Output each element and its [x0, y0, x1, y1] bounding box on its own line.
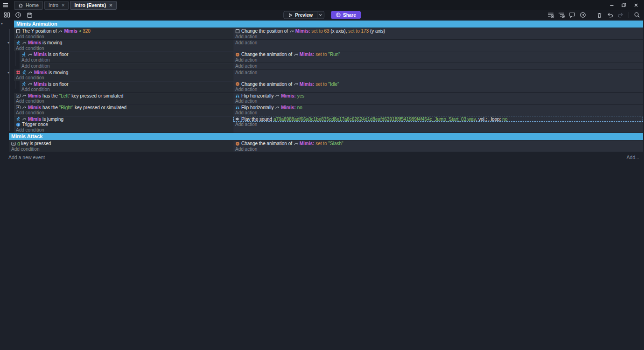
add-condition-button[interactable]: Add condition	[9, 147, 233, 152]
add-event-button[interactable]	[546, 11, 555, 19]
project-manager-button[interactable]	[3, 11, 11, 19]
add-action-button[interactable]: Add action	[233, 57, 643, 63]
object-arrow-icon	[22, 117, 27, 121]
add-more-button[interactable]: Add...	[627, 154, 639, 160]
subevent-on-floor-run-condition[interactable]: Mimis is on floor	[20, 52, 233, 57]
trash-button[interactable]	[595, 11, 603, 19]
actions-column: Add action	[233, 70, 643, 81]
preview-label: Preview	[295, 13, 313, 18]
redo-button[interactable]	[616, 11, 625, 19]
preview-dropdown-button[interactable]	[317, 12, 324, 19]
add-condition-button[interactable]: Add condition	[14, 127, 233, 133]
event-g-key[interactable]: Ag key is pressedAdd conditionChange the…	[9, 140, 643, 152]
subevent-on-floor-idle-action[interactable]: Change the animation of Mimis: set to "I…	[233, 82, 643, 87]
event-left-key-action[interactable]: Flip horizontally Mimis: yes	[233, 93, 643, 99]
text-segment: a79a8988adf66a0c1be835cd8e17a8c62624d1d8…	[273, 117, 476, 122]
preview-button[interactable]: Preview	[283, 11, 324, 19]
event-jumping-action[interactable]: Play the sound a79a8988adf66a0c1be835cd8…	[233, 117, 643, 122]
conditions-column: Mimis is on floorAdd condition	[20, 82, 233, 92]
text-segment: Play the sound	[241, 117, 273, 122]
add-condition-button[interactable]: Add condition	[20, 63, 233, 69]
search-button[interactable]	[633, 11, 641, 19]
event-right-key-action[interactable]: Flip horizontally Mimis: no	[233, 105, 643, 111]
text-segment: Trigger once	[22, 122, 48, 127]
text-segment: Mimis	[64, 28, 77, 34]
minimize-icon	[609, 2, 615, 8]
close-window-button[interactable]	[630, 0, 642, 10]
text-segment: The Y position of	[22, 28, 58, 34]
save-button[interactable]	[25, 11, 34, 19]
event-is-moving-condition[interactable]: Mimis is moving	[14, 40, 233, 46]
add-action-button[interactable]: Add action	[233, 122, 643, 127]
subevent-on-floor-run-action[interactable]: Change the animation of Mimis: set to "R…	[233, 52, 643, 57]
add-subevent-button[interactable]	[557, 11, 566, 19]
text-segment: Mimis	[28, 93, 41, 99]
event-right-key-condition[interactable]: AMimis has the "Right" key pressed or si…	[14, 105, 233, 111]
add-action-button[interactable]: Add action	[233, 34, 643, 40]
text-segment: Change the animation of	[241, 141, 294, 147]
tab-intro[interactable]: Intro×	[44, 1, 69, 10]
add-action-button[interactable]: Add action	[233, 98, 643, 104]
text-segment: Mimis	[34, 82, 47, 87]
share-button[interactable]: Share	[331, 11, 361, 19]
add-action-button[interactable]: Add action	[233, 87, 643, 92]
restore-window-button[interactable]	[618, 0, 630, 10]
tab-close-icon[interactable]: ×	[62, 2, 64, 8]
add-action-button[interactable]: Add action	[233, 110, 643, 116]
add-condition-button[interactable]: Add condition	[20, 57, 233, 63]
event-jumping[interactable]: Mimis is jumping1Trigger onceAdd conditi…	[14, 116, 643, 133]
add-condition-button[interactable]: Add condition	[14, 46, 233, 51]
event-right-key[interactable]: AMimis has the "Right" key pressed or si…	[14, 105, 643, 116]
add-condition-button[interactable]: Add condition	[14, 75, 233, 81]
add-action-button[interactable]: Add action	[233, 40, 643, 46]
add-comment-button[interactable]	[568, 11, 576, 19]
event-is-moving[interactable]: Mimis is movingAdd conditionAdd action	[14, 40, 643, 51]
undo-button[interactable]	[606, 11, 614, 19]
event-left-key-condition[interactable]: AMimis has the "Left" key pressed or sim…	[14, 93, 233, 99]
minimize-window-button[interactable]	[606, 0, 618, 10]
event-left-key[interactable]: AMimis has the "Left" key pressed or sim…	[14, 93, 643, 104]
choose-event-button[interactable]	[579, 11, 587, 19]
fold-arrow-icon[interactable]: ▾	[7, 71, 9, 75]
add-action-button[interactable]: Add action	[233, 63, 643, 69]
event-y-position[interactable]: The Y position of Mimis > 320Add conditi…	[14, 28, 643, 39]
add-action-button[interactable]: Add action	[233, 147, 643, 152]
tab-intro-events[interactable]: Intro (Events)×	[70, 1, 116, 10]
text-segment: Mimis	[28, 105, 41, 111]
add-action-button[interactable]: Add action	[233, 70, 643, 76]
tab-home[interactable]: Home	[14, 1, 43, 10]
subevent-on-floor-run[interactable]: Mimis is on floorAdd conditionChange the…	[20, 51, 643, 63]
add-condition-button[interactable]: Add condition	[20, 87, 233, 92]
subevent-on-floor-idle[interactable]: Mimis is on floorAdd conditionChange the…	[20, 81, 643, 92]
event-not-moving-condition[interactable]: Mimis is moving	[14, 70, 233, 76]
svg-text:A: A	[17, 94, 19, 97]
text-segment: Flip horizontally	[241, 105, 275, 111]
tab-close-icon[interactable]: ×	[109, 2, 112, 8]
text-segment: 320	[81, 28, 90, 34]
group-mimis-attack[interactable]: Mimis Attack	[9, 133, 643, 140]
fold-arrow-icon[interactable]: ▾	[7, 41, 9, 45]
event-jumping-condition[interactable]: 1Trigger once	[14, 122, 233, 127]
add-condition-button[interactable]: Add condition	[14, 98, 233, 104]
actions-column: Play the sound a79a8988adf66a0c1be835cd8…	[233, 117, 643, 133]
text-segment: is on floor	[47, 52, 68, 57]
event-jumping-condition[interactable]: Mimis is jumping	[14, 117, 233, 122]
event-not-moving[interactable]: Mimis is movingAdd conditionAdd action	[14, 70, 643, 81]
subevent-empty[interactable]: Add conditionAdd action	[20, 63, 643, 69]
conditions-column: Mimis is on floorAdd condition	[20, 52, 233, 63]
group-mimis-animation[interactable]: Mimis Animation	[14, 21, 643, 28]
main-menu-button[interactable]	[0, 2, 11, 8]
events-sheet: ▾Mimis AnimationThe Y position of Mimis …	[0, 20, 644, 350]
add-new-event-link[interactable]: Add a new event	[8, 154, 45, 160]
history-button[interactable]	[14, 11, 22, 19]
add-condition-button[interactable]: Add condition	[14, 34, 233, 40]
subevent-on-floor-idle-condition[interactable]: Mimis is on floor	[20, 82, 233, 87]
event-g-key-action[interactable]: Change the animation of Mimis: set to "S…	[233, 141, 643, 147]
save-icon	[27, 12, 33, 18]
add-condition-button[interactable]: Add condition	[14, 110, 233, 116]
hamburger-icon	[2, 2, 9, 8]
event-y-position-condition[interactable]: The Y position of Mimis > 320	[14, 28, 233, 34]
fold-arrow-icon[interactable]: ▾	[1, 22, 3, 26]
event-y-position-action[interactable]: Change the position of Mimis: set to 63 …	[233, 28, 643, 34]
event-g-key-condition[interactable]: Ag key is pressed	[9, 141, 233, 147]
